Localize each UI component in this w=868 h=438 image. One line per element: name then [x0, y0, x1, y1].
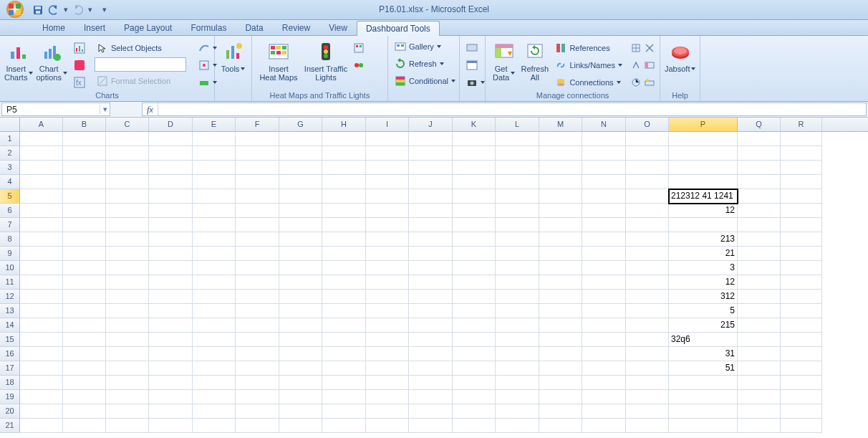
cell[interactable]: [496, 275, 539, 290]
cell[interactable]: [149, 146, 193, 161]
column-header[interactable]: N: [582, 118, 626, 131]
cell[interactable]: [106, 132, 149, 146]
cell[interactable]: [738, 404, 781, 419]
cell[interactable]: [539, 290, 582, 304]
cell[interactable]: [106, 261, 149, 275]
cell[interactable]: [539, 404, 582, 419]
cell[interactable]: [63, 333, 106, 347]
cell[interactable]: [106, 419, 149, 433]
cell[interactable]: [582, 161, 626, 175]
cell[interactable]: [236, 419, 279, 433]
name-box-dropdown-icon[interactable]: ▾: [100, 105, 110, 114]
cell[interactable]: [781, 218, 822, 232]
cell[interactable]: [279, 247, 322, 261]
cell[interactable]: [322, 361, 366, 376]
cell[interactable]: [669, 161, 738, 175]
cell[interactable]: [781, 132, 822, 146]
row-header[interactable]: 4: [0, 175, 20, 189]
cell[interactable]: [781, 347, 822, 361]
cell[interactable]: [496, 132, 539, 146]
cell[interactable]: [738, 247, 781, 261]
cell[interactable]: [20, 290, 63, 304]
cell[interactable]: [149, 275, 193, 290]
cell[interactable]: [582, 146, 626, 161]
cell[interactable]: [409, 290, 453, 304]
cell[interactable]: [106, 189, 149, 204]
column-header[interactable]: L: [496, 118, 539, 131]
cell[interactable]: [496, 247, 539, 261]
cell[interactable]: [149, 132, 193, 146]
cell[interactable]: [626, 404, 669, 419]
cell[interactable]: [626, 261, 669, 275]
cell[interactable]: [409, 390, 453, 404]
cell[interactable]: [539, 247, 582, 261]
cell[interactable]: [669, 390, 738, 404]
cell[interactable]: [63, 161, 106, 175]
column-header[interactable]: J: [409, 118, 453, 131]
cell[interactable]: [149, 290, 193, 304]
cell[interactable]: [106, 376, 149, 390]
cell[interactable]: [322, 161, 366, 175]
cell[interactable]: [366, 232, 409, 247]
column-header[interactable]: E: [193, 118, 236, 131]
row-header[interactable]: 21: [0, 419, 20, 433]
cell[interactable]: [63, 419, 106, 433]
object-combo[interactable]: [95, 57, 186, 72]
cell[interactable]: [20, 218, 63, 232]
cell[interactable]: [626, 333, 669, 347]
cell[interactable]: [626, 132, 669, 146]
cell[interactable]: [193, 347, 236, 361]
column-header[interactable]: D: [149, 118, 193, 131]
row-header[interactable]: 2: [0, 146, 20, 161]
cell[interactable]: [409, 361, 453, 376]
row-header[interactable]: 13: [0, 304, 20, 318]
cell[interactable]: [496, 218, 539, 232]
cell[interactable]: 32q6: [669, 333, 738, 347]
cell[interactable]: [738, 376, 781, 390]
row-header[interactable]: 9: [0, 247, 20, 261]
fx-button[interactable]: fx: [143, 103, 158, 115]
cell[interactable]: [539, 390, 582, 404]
cell[interactable]: [106, 204, 149, 218]
cell[interactable]: [20, 189, 63, 204]
cell[interactable]: [496, 189, 539, 204]
cell[interactable]: [279, 318, 322, 333]
cell[interactable]: [20, 232, 63, 247]
cell[interactable]: [539, 189, 582, 204]
cell[interactable]: [626, 247, 669, 261]
cell[interactable]: [453, 361, 496, 376]
cell[interactable]: [149, 204, 193, 218]
cell[interactable]: [236, 376, 279, 390]
cell[interactable]: [539, 261, 582, 275]
redo-dropdown-icon[interactable]: ▾: [87, 4, 93, 16]
row-header[interactable]: 20: [0, 404, 20, 419]
cell[interactable]: [236, 247, 279, 261]
cell[interactable]: [669, 146, 738, 161]
column-header[interactable]: A: [20, 118, 63, 131]
cell[interactable]: [539, 347, 582, 361]
cell[interactable]: [279, 218, 322, 232]
cell[interactable]: [20, 404, 63, 419]
cell[interactable]: [496, 204, 539, 218]
cell[interactable]: [322, 232, 366, 247]
row-header[interactable]: 17: [0, 361, 20, 376]
cell[interactable]: [366, 376, 409, 390]
refresh-button[interactable]: Refresh: [392, 56, 458, 72]
cell[interactable]: [781, 232, 822, 247]
cell[interactable]: [409, 419, 453, 433]
cell[interactable]: [626, 161, 669, 175]
cell[interactable]: [279, 404, 322, 419]
cell[interactable]: [453, 290, 496, 304]
cell[interactable]: [366, 132, 409, 146]
cell[interactable]: [366, 146, 409, 161]
cell[interactable]: [106, 361, 149, 376]
cell[interactable]: [20, 419, 63, 433]
cell[interactable]: [582, 419, 626, 433]
cell[interactable]: [539, 333, 582, 347]
chart-options-button[interactable]: Chart options: [36, 37, 67, 82]
cell[interactable]: [63, 247, 106, 261]
cell[interactable]: [738, 304, 781, 318]
cell[interactable]: [193, 175, 236, 189]
cell[interactable]: [322, 261, 366, 275]
cell[interactable]: [20, 333, 63, 347]
